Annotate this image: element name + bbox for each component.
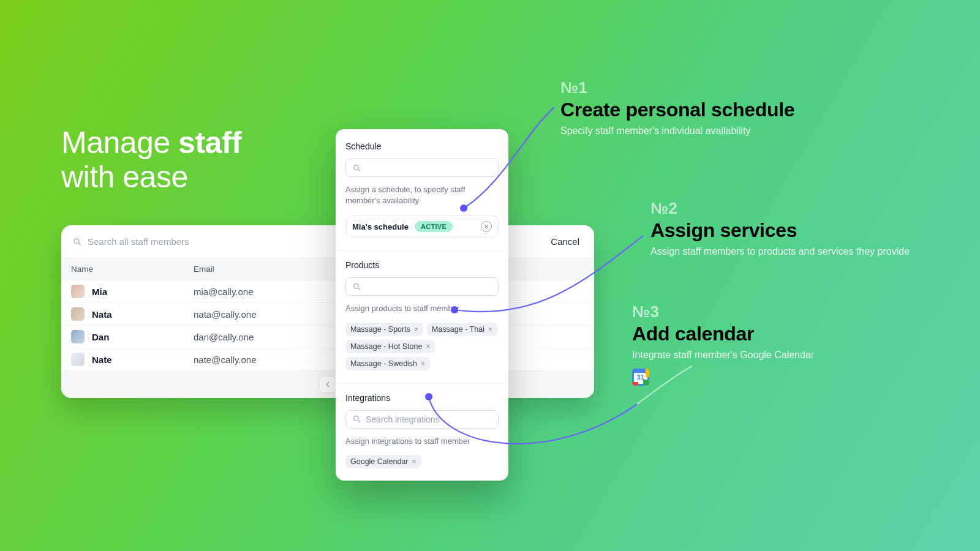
products-search-input[interactable] — [366, 282, 492, 291]
products-search[interactable] — [345, 277, 499, 296]
close-icon — [483, 223, 489, 230]
products-help: Assign products to staff member — [345, 303, 499, 314]
callout-title: Assign services — [650, 219, 910, 242]
svg-line-1 — [78, 243, 80, 245]
chevron-left-icon — [323, 380, 332, 389]
callout-number: №1 — [560, 78, 794, 97]
schedule-name: Mia's schedule — [352, 222, 409, 231]
callout-title: Add calendar — [632, 323, 814, 345]
schedule-section-title: Schedule — [345, 141, 499, 151]
table-row[interactable]: Mia mia@cally.one — [61, 280, 594, 302]
chip-remove-icon[interactable]: × — [412, 458, 417, 465]
headline-text-2: with ease — [61, 160, 188, 194]
gcal-day: 31 — [632, 369, 649, 386]
avatar — [71, 330, 85, 343]
staff-pagination — [61, 370, 594, 398]
chip-remove-icon[interactable]: × — [488, 326, 492, 333]
callout-2: №2 Assign services Assign staff members … — [650, 199, 910, 258]
products-chips: Massage - Sports× Massage - Thai× Massag… — [345, 323, 499, 370]
integration-chip[interactable]: Google Calendar× — [345, 455, 421, 468]
product-chip[interactable]: Massage - Hot Stone× — [345, 340, 435, 353]
staff-search-bar: Cancel — [61, 225, 594, 258]
callout-1: №1 Create personal schedule Specify staf… — [560, 78, 794, 137]
google-calendar-icon: 31 — [632, 369, 649, 386]
callout-desc: Assign staff members to products and ser… — [650, 246, 910, 258]
chip-remove-icon[interactable]: × — [426, 343, 430, 350]
callout-number: №2 — [650, 199, 910, 218]
status-badge: ACTIVE — [415, 221, 453, 232]
page-headline: Manage staff with ease — [61, 126, 241, 194]
callout-number: №3 — [632, 302, 814, 321]
search-icon — [352, 414, 361, 424]
integrations-search[interactable] — [345, 410, 499, 429]
schedule-search-input[interactable] — [366, 163, 492, 173]
schedule-search[interactable] — [345, 159, 499, 177]
svg-line-5 — [358, 288, 360, 290]
integrations-help: Assign integrations to staff member — [345, 436, 499, 447]
divider — [336, 250, 508, 250]
chip-label: Massage - Hot Stone — [350, 342, 422, 351]
search-icon — [352, 163, 361, 173]
search-icon — [72, 237, 81, 246]
svg-line-7 — [358, 421, 360, 422]
col-name: Name — [71, 264, 194, 274]
remove-schedule-button[interactable] — [481, 221, 492, 232]
integrations-section-title: Integrations — [345, 393, 499, 403]
chip-label: Massage - Sports — [350, 325, 410, 334]
avatar — [71, 307, 85, 321]
prev-page-button[interactable] — [319, 376, 336, 393]
callout-title: Create personal schedule — [560, 99, 794, 121]
table-row[interactable]: Nata nata@cally.one — [61, 302, 594, 325]
avatar — [71, 285, 85, 298]
headline-text-1: Manage — [61, 126, 178, 160]
table-row[interactable]: Dan dan@cally.one — [61, 325, 594, 348]
callout-3: №3 Add calendar Integrate staff member's… — [632, 302, 814, 388]
schedule-help: Assign a schedule, to specify staff memb… — [345, 184, 499, 206]
headline-strong: staff — [178, 126, 241, 160]
staff-name: Dan — [92, 332, 109, 342]
divider — [336, 383, 508, 383]
products-section-title: Products — [345, 260, 499, 270]
callout-desc: Integrate staff member's Google Calendar — [632, 349, 814, 361]
table-row[interactable]: Nate nate@cally.one — [61, 348, 594, 370]
search-icon — [352, 282, 361, 291]
integrations-chips: Google Calendar× — [345, 455, 499, 468]
product-chip[interactable]: Massage - Sports× — [345, 323, 423, 336]
chip-remove-icon[interactable]: × — [421, 360, 425, 367]
staff-name: Nata — [92, 309, 112, 320]
svg-line-3 — [358, 169, 360, 171]
product-chip[interactable]: Massage - Thai× — [427, 323, 497, 336]
staff-list-card: Cancel Name Email Mia mia@cally.one Nata… — [61, 225, 594, 398]
schedule-item[interactable]: Mia's schedule ACTIVE — [345, 216, 499, 238]
callout-desc: Specify staff member's individual availa… — [560, 125, 794, 137]
chip-label: Google Calendar — [350, 457, 409, 466]
cancel-button[interactable]: Cancel — [548, 233, 582, 250]
staff-name: Mia — [92, 287, 107, 297]
integrations-search-input[interactable] — [366, 414, 492, 424]
staff-detail-card: Schedule Assign a schedule, to specify s… — [336, 129, 508, 481]
chip-remove-icon[interactable]: × — [414, 326, 418, 333]
chip-label: Massage - Swedish — [350, 359, 417, 368]
staff-table-header: Name Email — [61, 258, 594, 280]
chip-label: Massage - Thai — [432, 325, 484, 334]
product-chip[interactable]: Massage - Swedish× — [345, 357, 430, 370]
avatar — [71, 353, 85, 366]
staff-name: Nate — [92, 354, 112, 365]
